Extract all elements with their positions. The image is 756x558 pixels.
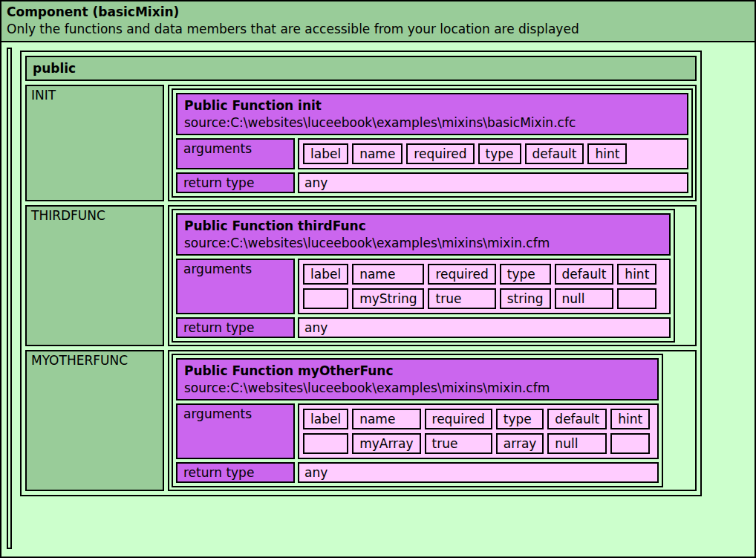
arg-col-hint: hint <box>587 143 627 164</box>
return-type-row: return type any <box>176 172 688 193</box>
function-header: Public Function myOtherFunc source:C:\we… <box>176 358 659 400</box>
arg-value-hint <box>617 288 656 309</box>
function-header-row: Public Function init source:C:\websites\… <box>176 93 688 135</box>
function-header: Public Function thirdFunc source:C:\webs… <box>176 213 671 256</box>
return-type-value: any <box>298 172 688 193</box>
arg-col-type: type <box>496 409 544 429</box>
arguments-cell: label name required type default hint <box>298 403 659 459</box>
arg-col-required: required <box>425 409 492 429</box>
function-table-thirdfunc: Public Function thirdFunc source:C:\webs… <box>172 209 675 343</box>
return-type-value: any <box>298 462 659 483</box>
arg-col-required: required <box>428 264 495 285</box>
public-header-row: public <box>25 56 697 81</box>
function-detail-cell-init: Public Function init source:C:\websites\… <box>168 85 697 201</box>
return-type-label: return type <box>176 172 295 193</box>
arg-col-label: label <box>303 409 348 429</box>
function-title: Public Function thirdFunc <box>184 218 662 235</box>
function-source: source:C:\websites\luceebook\examples\mi… <box>184 380 651 396</box>
arg-value-hint <box>610 433 650 454</box>
return-type-row: return type any <box>176 317 671 338</box>
arguments-cell: label name required type default hint <box>298 259 671 314</box>
arg-value-required: true <box>425 433 492 454</box>
arg-col-name: name <box>352 409 420 429</box>
arg-value-label <box>303 288 348 309</box>
arguments-header-row: label name required type default hint <box>303 264 656 285</box>
arguments-table: label name required type default hint <box>299 260 660 313</box>
function-title: Public Function myOtherFunc <box>184 363 651 380</box>
function-header-row: Public Function myOtherFunc source:C:\we… <box>176 358 659 400</box>
arguments-row: arguments label name required type defau… <box>176 138 688 169</box>
arg-col-type: type <box>500 264 551 285</box>
arguments-header-row: label name required type default hint <box>303 409 650 429</box>
arg-value-type: string <box>500 288 551 309</box>
arguments-label: arguments <box>176 403 295 459</box>
arguments-values-row: myString true string null <box>303 288 656 309</box>
function-source: source:C:\websites\luceebook\examples\mi… <box>184 114 680 131</box>
component-title: Component (basicMixin) <box>7 4 749 21</box>
function-key-myotherfunc: MYOTHERFUNC <box>25 350 164 491</box>
arguments-table: label name required type default hint <box>299 140 630 168</box>
arg-value-required: true <box>428 288 495 309</box>
arg-col-default: default <box>525 143 584 164</box>
function-row-thirdfunc: THIRDFUNC Public Function thirdFunc sour… <box>25 205 697 346</box>
component-subtitle: Only the functions and data members that… <box>7 21 749 37</box>
arg-value-name: myString <box>352 288 424 309</box>
component-dump-page: Component (basicMixin) Only the function… <box>0 0 756 558</box>
arg-col-hint: hint <box>610 409 650 429</box>
arguments-row: arguments label name required type defau… <box>176 259 671 314</box>
return-type-label: return type <box>176 317 295 338</box>
function-detail-cell-thirdfunc: Public Function thirdFunc source:C:\webs… <box>168 205 697 346</box>
arg-col-type: type <box>478 143 521 164</box>
arguments-label: arguments <box>176 138 295 169</box>
return-type-label: return type <box>176 462 295 483</box>
arg-value-default: null <box>547 433 607 454</box>
arg-value-label <box>303 433 348 454</box>
public-section-table: public INIT Public Function init source:… <box>20 51 702 496</box>
public-section-label: public <box>25 56 697 81</box>
left-spacer-box <box>7 48 12 549</box>
function-table-myotherfunc: Public Function myOtherFunc source:C:\we… <box>172 354 663 487</box>
arg-col-label: label <box>303 264 348 285</box>
return-type-row: return type any <box>176 462 659 483</box>
arg-col-required: required <box>406 143 474 164</box>
arguments-cell: label name required type default hint <box>298 138 688 169</box>
component-header: Component (basicMixin) Only the function… <box>1 1 755 42</box>
arguments-row: arguments label name required type defau… <box>176 403 659 459</box>
arg-col-hint: hint <box>617 264 656 285</box>
arg-col-label: label <box>303 143 348 164</box>
arg-col-name: name <box>352 264 424 285</box>
arg-value-type: array <box>496 433 544 454</box>
arg-value-default: null <box>555 288 614 309</box>
function-header-row: Public Function thirdFunc source:C:\webs… <box>176 213 671 256</box>
function-detail-cell-myotherfunc: Public Function myOtherFunc source:C:\we… <box>168 350 697 491</box>
component-body: public INIT Public Function init source:… <box>1 42 755 553</box>
arg-value-name: myArray <box>352 433 420 454</box>
function-table-init: Public Function init source:C:\websites\… <box>172 88 693 198</box>
function-title: Public Function init <box>184 97 680 114</box>
arguments-values-row: myArray true array null <box>303 433 650 454</box>
arg-col-default: default <box>555 264 614 285</box>
function-key-thirdfunc: THIRDFUNC <box>25 205 164 346</box>
function-row-init: INIT Public Function init source:C:\webs… <box>25 85 697 201</box>
function-row-myotherfunc: MYOTHERFUNC Public Function myOtherFunc … <box>25 350 697 491</box>
return-type-value: any <box>298 317 671 338</box>
arg-col-name: name <box>352 143 403 164</box>
arguments-label: arguments <box>176 259 295 314</box>
function-source: source:C:\websites\luceebook\examples\mi… <box>184 235 662 251</box>
arg-col-default: default <box>547 409 607 429</box>
arguments-table: label name required type default hint <box>299 405 654 458</box>
function-key-init: INIT <box>25 85 164 201</box>
arguments-header-row: label name required type default hint <box>303 143 627 164</box>
function-header: Public Function init source:C:\websites\… <box>176 93 688 135</box>
